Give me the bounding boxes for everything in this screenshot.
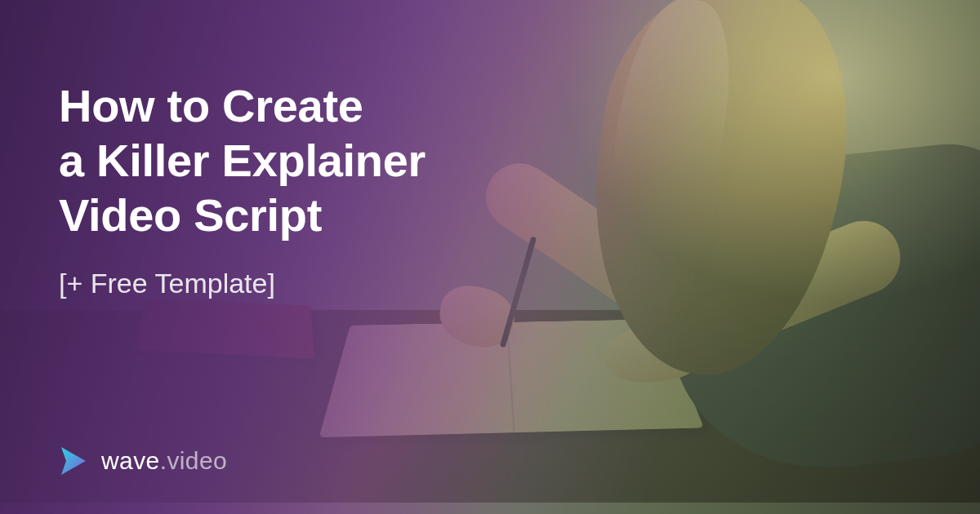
brand-name-prefix: wave [101, 447, 160, 474]
play-triangle-icon [59, 445, 88, 476]
hero-text-block: How to Create a Killer Explainer Video S… [59, 78, 425, 299]
subheadline: [+ Free Template] [59, 268, 425, 299]
headline-line-1: How to Create [59, 80, 363, 131]
headline: How to Create a Killer Explainer Video S… [59, 78, 425, 243]
brand-wordmark: wave.video [101, 447, 227, 475]
headline-line-3: Video Script [59, 189, 322, 241]
brand-name-suffix: .video [160, 447, 227, 474]
brand-lockup: wave.video [59, 445, 227, 476]
headline-line-2: a Killer Explainer [59, 135, 425, 186]
